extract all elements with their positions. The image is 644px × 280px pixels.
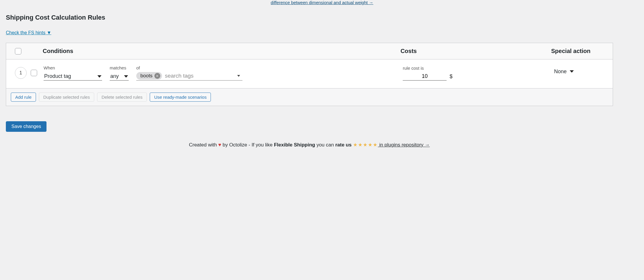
duplicate-rules-button[interactable]: Duplicate selected rules bbox=[39, 93, 94, 102]
special-action-select[interactable]: None bbox=[554, 69, 574, 75]
top-help-link-partial: difference between dimensional and actua… bbox=[6, 0, 638, 14]
special-action-group: None bbox=[554, 69, 604, 78]
rules-actions-bar: Add rule Duplicate selected rules Delete… bbox=[6, 88, 613, 106]
currency-symbol: $ bbox=[450, 74, 452, 81]
matches-label: matches bbox=[110, 65, 129, 70]
tags-input-area[interactable]: boots ✕ bbox=[136, 72, 242, 81]
matches-select[interactable]: any bbox=[110, 72, 129, 81]
header-costs: Costs bbox=[400, 48, 551, 54]
footer-credit: Created with ♥ by Octolize - If you like… bbox=[6, 142, 613, 148]
special-action-value: None bbox=[554, 69, 567, 75]
fs-hints-link[interactable]: Check the FS hints ▼ bbox=[6, 30, 51, 35]
when-label: When bbox=[44, 65, 102, 70]
costs-group: rule cost is $ bbox=[403, 66, 554, 81]
header-conditions: Conditions bbox=[43, 48, 400, 54]
delete-rules-button[interactable]: Delete selected rules bbox=[97, 93, 147, 102]
rule-row: 1 When Product tag matches any of bbox=[6, 59, 613, 88]
stars-icon: ★★★★★ bbox=[353, 142, 378, 148]
plugins-repository-link[interactable]: in plugins repository → bbox=[378, 142, 430, 148]
heart-icon: ♥ bbox=[218, 142, 221, 148]
section-title: Shipping Cost Calculation Rules bbox=[6, 14, 638, 21]
chevron-down-icon bbox=[570, 70, 574, 73]
cost-input[interactable] bbox=[403, 72, 447, 81]
chevron-down-icon bbox=[97, 75, 101, 78]
remove-tag-icon[interactable]: ✕ bbox=[154, 73, 160, 79]
chevron-down-icon bbox=[124, 75, 128, 78]
header-special-action: Special action bbox=[551, 48, 604, 54]
tag-pill: boots ✕ bbox=[136, 72, 162, 80]
caret-down-icon: ▼ bbox=[47, 30, 51, 35]
conditions-group: When Product tag matches any of boots bbox=[44, 65, 403, 81]
use-scenarios-button[interactable]: Use ready-made scenarios bbox=[150, 93, 211, 102]
rule-cost-label: rule cost is bbox=[403, 66, 554, 71]
add-rule-button[interactable]: Add rule bbox=[11, 93, 36, 102]
when-select-value: Product tag bbox=[44, 73, 71, 79]
hints-link-text: Check the FS hints bbox=[6, 30, 45, 35]
when-select[interactable]: Product tag bbox=[44, 72, 102, 81]
search-tags-input[interactable] bbox=[165, 73, 234, 79]
save-changes-button[interactable]: Save changes bbox=[6, 121, 47, 132]
chevron-down-icon[interactable] bbox=[237, 75, 240, 77]
tag-text: boots bbox=[140, 73, 153, 79]
select-all-checkbox[interactable] bbox=[15, 48, 21, 54]
rules-panel: Conditions Costs Special action 1 When P… bbox=[6, 43, 613, 106]
row-number-badge[interactable]: 1 bbox=[15, 67, 27, 79]
row-select-checkbox[interactable] bbox=[31, 70, 37, 76]
matches-select-value: any bbox=[110, 73, 119, 79]
of-label: of bbox=[136, 65, 242, 70]
rules-table-header: Conditions Costs Special action bbox=[6, 43, 613, 59]
